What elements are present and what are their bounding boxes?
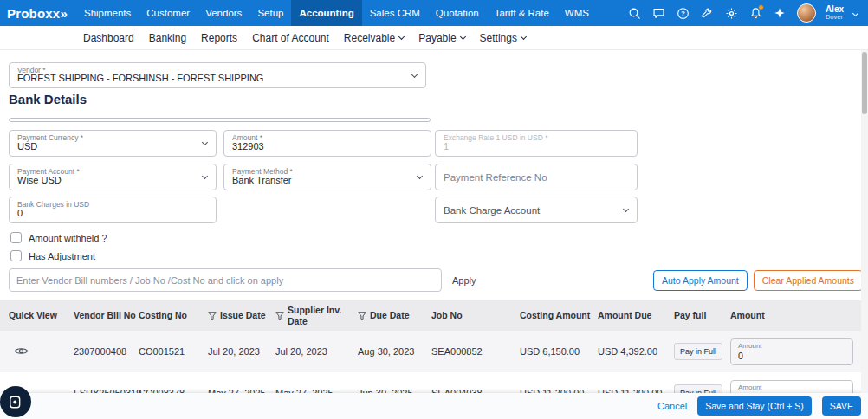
subnav-label: Reports (201, 32, 237, 44)
subnav-label: Settings (480, 32, 517, 44)
amount-withheld-checkbox[interactable] (10, 232, 22, 243)
nav-item-customer[interactable]: Customer (139, 0, 198, 26)
cell-vendor-bill-no: 2307000408 (74, 346, 139, 357)
app-logo[interactable]: Proboxx» (0, 6, 76, 21)
apply-actions: Auto Apply Amount Clear Applied Amounts (653, 270, 863, 291)
nav-item-wms[interactable]: WMS (557, 0, 597, 26)
nav-item-sales-crm[interactable]: Sales CRM (362, 0, 428, 26)
exchange-rate-field: Exchange Rate 1 USD in USD * 1 (435, 130, 638, 157)
nav-item-accounting[interactable]: Accounting (291, 0, 361, 26)
chevron-down-icon (411, 72, 418, 78)
payment-currency-value: USD (17, 141, 37, 151)
save-and-stay-button[interactable]: Save and Stay (Ctrl + S) (697, 396, 812, 416)
apply-button[interactable]: Apply (452, 275, 476, 286)
avatar[interactable] (797, 3, 816, 23)
amount-field[interactable]: Amount * 312903 (223, 130, 431, 157)
user-name[interactable]: Alex Dover (826, 4, 844, 22)
payment-reference-input[interactable]: Payment Reference No (435, 164, 638, 190)
payment-account-value: Wise USD (17, 175, 62, 185)
cell-job-no: SEA000852 (431, 346, 520, 357)
col-costing-amount: Costing Amount (520, 310, 598, 320)
sparkle-icon[interactable] (773, 6, 787, 21)
subnav-item-dashboard[interactable]: Dashboard (83, 32, 134, 44)
row-amount-label: Amount (738, 342, 762, 350)
subnav-item-receivable[interactable]: Receivable (344, 32, 404, 44)
amount-withheld-row: Amount withheld ? (10, 232, 107, 243)
col-job-no: Job No (431, 310, 520, 320)
subnav-item-payable[interactable]: Payable (418, 32, 464, 44)
payment-reference-placeholder: Payment Reference No (444, 172, 547, 183)
header-label: Amount (730, 310, 765, 320)
subnav-item-chart-of-account[interactable]: Chart of Account (252, 32, 329, 44)
exchange-rate-label: Exchange Rate 1 USD in USD * (444, 133, 547, 142)
exchange-rate-value: 1 (444, 141, 449, 151)
header-label: Due Date (370, 310, 410, 320)
col-issue-date: Issue Date (208, 310, 275, 320)
cell-costing-no: CO001521 (139, 346, 208, 357)
row-amount-input[interactable]: Amount 0 (730, 338, 853, 365)
col-costing-no: Costing No (139, 310, 208, 320)
has-adjustment-checkbox[interactable] (10, 250, 22, 261)
payment-method-select[interactable]: Payment Method * Bank Transfer (223, 164, 431, 190)
chevron-down-icon (202, 139, 208, 145)
cell-supplier-inv-date: Jul 20, 2023 (275, 346, 358, 357)
bell-icon[interactable] (748, 6, 763, 21)
payment-currency-select[interactable]: Payment Currency * USD (9, 130, 217, 157)
payment-method-value: Bank Transfer (232, 175, 291, 185)
chevron-down-icon[interactable] (852, 10, 858, 16)
nav-item-quotation[interactable]: Quotation (428, 0, 487, 26)
nav-item-shipments[interactable]: Shipments (76, 0, 139, 26)
header-label: Quick View (9, 310, 57, 320)
help-icon[interactable]: ? (676, 6, 690, 21)
vendor-bill-search-input[interactable] (9, 268, 442, 292)
vendor-value: FOREST SHIPPING - FORSHINSH - FOREST SHI… (17, 73, 263, 83)
notification-badge (758, 4, 764, 10)
quick-view-eye-icon[interactable] (9, 346, 29, 356)
filter-icon[interactable] (275, 312, 284, 320)
clear-applied-amounts-button[interactable]: Clear Applied Amounts (754, 270, 863, 291)
col-amount-due: Amount Due (598, 310, 674, 320)
nav-item-vendors[interactable]: Vendors (198, 0, 249, 26)
subnav-item-reports[interactable]: Reports (201, 32, 237, 44)
header-label: Costing No (139, 310, 187, 320)
row-amount-label: Amount (738, 384, 762, 391)
col-quick-view: Quick View (9, 310, 74, 320)
nav-item-setup[interactable]: Setup (249, 0, 291, 26)
svg-text:?: ? (681, 10, 685, 17)
scrollbar-thumb[interactable] (862, 52, 867, 114)
vertical-scrollbar (861, 50, 868, 393)
col-due-date: Due Date (358, 310, 431, 320)
vendor-select[interactable]: Vendor * FOREST SHIPPING - FORSHINSH - F… (9, 62, 426, 88)
auto-apply-amount-button[interactable]: Auto Apply Amount (653, 270, 748, 291)
bank-charges-value: 0 (17, 208, 23, 218)
col-vendor-bill-no: Vendor Bill No (74, 310, 139, 320)
chat-widget-button[interactable] (0, 386, 31, 417)
filter-icon[interactable] (358, 312, 366, 320)
subnav-item-settings[interactable]: Settings (480, 32, 526, 44)
main-nav: Shipments Customer Vendors Setup Account… (76, 0, 597, 26)
nav-item-tariff-rate[interactable]: Tariff & Rate (487, 0, 557, 26)
wrench-icon[interactable] (700, 6, 715, 21)
chat-icon[interactable] (651, 6, 666, 21)
chevron-down-icon (521, 33, 527, 39)
col-supplier-inv-date: Supplier Inv. Date (275, 305, 358, 326)
chevron-down-icon (460, 33, 466, 39)
section-divider (9, 118, 431, 122)
subnav-item-banking[interactable]: Banking (149, 32, 186, 44)
cell-amount-due: USD 4,392.00 (598, 346, 674, 357)
bank-charges-field[interactable]: Bank Charges in USD 0 (9, 197, 217, 223)
cancel-button[interactable]: Cancel (657, 401, 687, 411)
pay-in-full-button[interactable]: Pay in Full (674, 343, 722, 360)
search-icon[interactable] (627, 6, 642, 21)
subnav-label: Receivable (344, 32, 395, 44)
has-adjustment-row: Has Adjustment (10, 250, 95, 261)
chevron-down-icon (398, 33, 405, 39)
table-row: 2307000408 CO001521 Jul 20, 2023 Jul 20,… (0, 331, 868, 372)
payment-account-select[interactable]: Payment Account * Wise USD (9, 164, 217, 190)
save-button[interactable]: SAVE (822, 396, 861, 416)
header-label: Pay full (674, 310, 706, 320)
bank-charge-account-select[interactable]: Bank Charge Account (435, 197, 638, 223)
filter-icon[interactable] (208, 312, 217, 320)
gear-icon[interactable] (724, 6, 739, 21)
table-header: Quick View Vendor Bill No Costing No Iss… (0, 300, 868, 331)
